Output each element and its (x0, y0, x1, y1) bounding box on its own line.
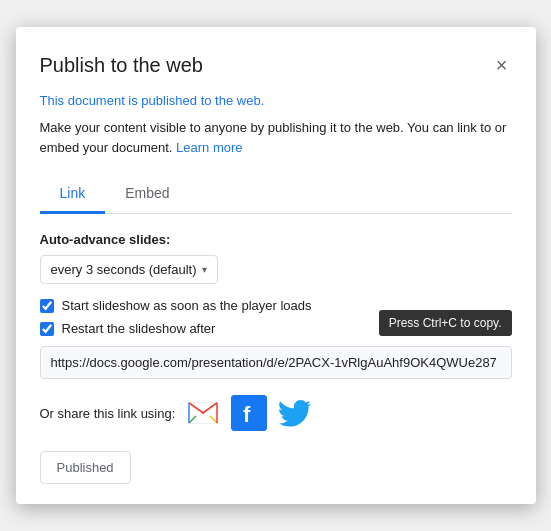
dialog-title: Publish to the web (40, 54, 203, 77)
svg-text:f: f (243, 402, 251, 427)
tab-embed[interactable]: Embed (105, 175, 189, 214)
share-label: Or share this link using: (40, 406, 176, 421)
publish-dialog: Publish to the web × This document is pu… (16, 27, 536, 504)
link-box-wrapper: Press Ctrl+C to copy. https://docs.googl… (40, 346, 512, 379)
auto-advance-label: Auto-advance slides: (40, 232, 512, 247)
start-slideshow-label: Start slideshow as soon as the player lo… (62, 298, 312, 313)
chevron-down-icon: ▾ (202, 264, 207, 275)
facebook-share-button[interactable]: f (231, 395, 267, 431)
link-box[interactable]: https://docs.google.com/presentation/d/e… (40, 346, 512, 379)
dialog-header: Publish to the web × (40, 51, 512, 79)
restart-slideshow-checkbox[interactable] (40, 322, 54, 336)
published-button[interactable]: Published (40, 451, 131, 484)
copy-tooltip: Press Ctrl+C to copy. (379, 310, 512, 336)
close-button[interactable]: × (492, 51, 512, 79)
share-row: Or share this link using: f (40, 395, 512, 431)
gmail-share-button[interactable] (185, 395, 221, 431)
auto-advance-dropdown[interactable]: every 3 seconds (default) ▾ (40, 255, 219, 284)
learn-more-link[interactable]: Learn more (176, 140, 242, 155)
start-slideshow-checkbox[interactable] (40, 299, 54, 313)
description-text: Make your content visible to anyone by p… (40, 118, 512, 157)
description-body: Make your content visible to anyone by p… (40, 120, 507, 155)
published-notice: This document is published to the web. (40, 93, 512, 108)
restart-slideshow-label: Restart the slideshow after (62, 321, 216, 336)
bottom-row: Published (40, 451, 512, 484)
dropdown-value: every 3 seconds (default) (51, 262, 197, 277)
tab-link[interactable]: Link (40, 175, 106, 214)
twitter-share-button[interactable] (277, 395, 313, 431)
tab-bar: Link Embed (40, 175, 512, 214)
